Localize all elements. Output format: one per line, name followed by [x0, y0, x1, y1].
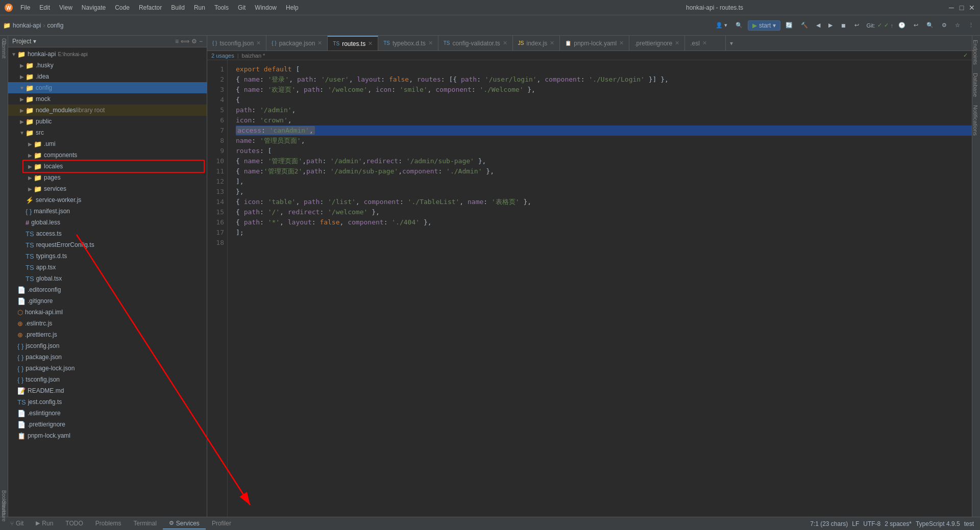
toolbar-back-btn[interactable]: ◀	[813, 20, 823, 30]
menu-view[interactable]: View	[55, 3, 77, 12]
tree-item-editorconfig[interactable]: ▶ 📄 .editorconfig	[8, 284, 207, 295]
tree-item-pkglock[interactable]: ▶ { } package-lock.json	[8, 363, 207, 374]
tab-close-package[interactable]: ✕	[317, 40, 322, 46]
tab-config-validator[interactable]: TS config-validator.ts ✕	[438, 36, 513, 51]
tab-index-js[interactable]: JS index.js ✕	[513, 36, 560, 51]
tree-item-global-tsx[interactable]: ▶ TS global.tsx	[8, 273, 207, 284]
menu-run[interactable]: Run	[190, 3, 209, 12]
toolbar-overflow-btn[interactable]: ⋮	[965, 20, 977, 30]
menu-git[interactable]: Git	[234, 3, 250, 12]
tab-close-ij[interactable]: ✕	[550, 40, 554, 46]
bottom-tab-git[interactable]: ⑂ Git	[4, 518, 30, 529]
code-editor[interactable]: export default [ { name: '登录', path: '/u…	[228, 60, 972, 517]
tree-item-gitignore[interactable]: ▶ 📄 .gitignore	[8, 295, 207, 307]
menu-window[interactable]: Window	[251, 3, 281, 12]
menu-code[interactable]: Code	[111, 3, 134, 12]
bottom-tab-services[interactable]: ⚙ Services	[163, 518, 206, 529]
bottom-tab-todo[interactable]: TODO	[59, 518, 89, 529]
toolbar-undo-btn[interactable]: ↩	[911, 20, 921, 30]
tree-item-pnpmlk[interactable]: ▶ 📋 pnpm-lock.yaml	[8, 430, 207, 441]
toolbar-forward-btn[interactable]: ▶	[825, 20, 836, 30]
tree-item-eslintrc[interactable]: ▶ ⊕ .eslintrc.js	[8, 318, 207, 329]
tab-pnpm[interactable]: 📋 pnpm-lock.yaml ✕	[560, 36, 629, 51]
tree-item-jsconfig[interactable]: ▶ { } jsconfig.json	[8, 340, 207, 351]
status-indent[interactable]: 2 spaces*	[883, 520, 914, 527]
tree-item-umi[interactable]: ▶ 📁 .umi	[8, 138, 207, 149]
tree-item-prettierrc[interactable]: ▶ ⊕ .prettierrc.js	[8, 329, 207, 340]
tree-item-pages[interactable]: ▶ 📁 pages	[8, 172, 207, 183]
toolbar-revert-btn[interactable]: ↩	[851, 20, 862, 30]
menu-refactor[interactable]: Refactor	[135, 3, 166, 12]
tree-item-tsconfigjson[interactable]: ▶ { } tsconfig.json	[8, 374, 207, 385]
tab-routes[interactable]: TS routes.ts ✕	[328, 36, 378, 51]
project-expand-icon[interactable]: ⟺	[181, 38, 189, 45]
project-gear-icon[interactable]: ⚙	[191, 38, 197, 45]
bottom-tab-profiler[interactable]: Profiler	[206, 518, 237, 529]
tree-item-mock[interactable]: ▶ 📁 mock	[8, 93, 207, 105]
menu-build[interactable]: Build	[167, 3, 189, 12]
tree-item-pkgjson[interactable]: ▶ { } package.json	[8, 351, 207, 363]
tab-typebox[interactable]: TS typebox.d.ts ✕	[378, 36, 438, 51]
status-encoding[interactable]: UTF-8	[861, 520, 883, 527]
tree-item-prettierignore[interactable]: ▶ 📄 .prettierignore	[8, 419, 207, 430]
tab-esl[interactable]: .esl ✕	[685, 36, 726, 51]
menu-edit[interactable]: Edit	[35, 3, 54, 12]
tab-close-typebox[interactable]: ✕	[428, 40, 433, 46]
activity-structure[interactable]: Structure	[1, 508, 8, 515]
close-button[interactable]: ✕	[968, 4, 976, 12]
bottom-tab-run[interactable]: ▶ Run	[30, 518, 59, 529]
tree-item-jest[interactable]: ▶ TS jest.config.ts	[8, 396, 207, 408]
tree-item-iml[interactable]: ▶ ⬡ honkai-api.iml	[8, 307, 207, 318]
tree-item-root[interactable]: ▼ 📁 honkai-api E:\honkai-api	[8, 48, 207, 60]
tree-item-global-less[interactable]: ▶ # global.less	[8, 217, 207, 228]
tree-item-locales[interactable]: ▶ 📁 locales	[8, 161, 207, 172]
tab-close-pi[interactable]: ✕	[675, 40, 679, 46]
tree-item-config[interactable]: ▼ 📁 config	[8, 82, 207, 93]
status-line-ending[interactable]: LF	[850, 520, 861, 527]
tab-overflow-btn[interactable]: ▾	[726, 40, 737, 47]
tree-item-src[interactable]: ▼ 📁 src	[8, 127, 207, 138]
menu-file[interactable]: File	[16, 3, 34, 12]
tab-close-esl[interactable]: ✕	[702, 40, 707, 46]
status-test[interactable]: test	[962, 520, 976, 527]
tab-package[interactable]: { } package.json ✕	[266, 36, 328, 51]
tree-item-eslintignore[interactable]: ▶ 📄 .eslintignore	[8, 408, 207, 419]
right-tab-database[interactable]: Database	[972, 69, 980, 101]
toolbar-build-btn[interactable]: 🔨	[798, 20, 811, 30]
status-language[interactable]: TypeScript 4.9.5	[914, 520, 962, 527]
tab-prettierignore[interactable]: .prettierignore ✕	[629, 36, 685, 51]
tree-item-components[interactable]: ▶ 📁 components	[8, 149, 207, 161]
toolbar-history-btn[interactable]: 🕐	[895, 20, 909, 30]
tree-item-access[interactable]: ▶ TS access.ts	[8, 228, 207, 239]
project-settings-icon[interactable]: ≡	[175, 38, 179, 45]
menu-navigate[interactable]: Navigate	[78, 3, 110, 12]
project-close-icon[interactable]: −	[199, 38, 203, 45]
tree-item-node-modules[interactable]: ▶ 📁 node_modules library root	[8, 105, 207, 116]
run-config-btn[interactable]: ▶ start ▾	[748, 20, 780, 31]
right-tab-endpoints[interactable]: Endpoints	[972, 36, 980, 69]
toolbar-refresh-btn[interactable]: 🔄	[782, 20, 796, 30]
bottom-tab-problems[interactable]: Problems	[89, 518, 128, 529]
tree-item-services[interactable]: ▶ 📁 services	[8, 183, 207, 194]
tree-item-req-error[interactable]: ▶ TS requestErrorConfig.ts	[8, 239, 207, 250]
activity-commit[interactable]: Commit	[1, 46, 8, 53]
tree-item-public[interactable]: ▶ 📁 public	[8, 116, 207, 127]
minimize-button[interactable]: ─	[947, 4, 955, 12]
tab-close-cv[interactable]: ✕	[503, 40, 507, 46]
toolbar-stop-btn[interactable]: ⏹	[838, 21, 849, 30]
maximize-button[interactable]: □	[958, 4, 966, 12]
right-tab-notifications[interactable]: Notifications	[972, 101, 980, 140]
toolbar-profile-btn[interactable]: 👤▾	[713, 20, 730, 30]
tab-close-pnpm[interactable]: ✕	[619, 40, 624, 46]
tree-item-readme[interactable]: ▶ 📝 README.md	[8, 385, 207, 396]
menu-tools[interactable]: Tools	[210, 3, 233, 12]
tree-item-app-tsx[interactable]: ▶ TS app.tsx	[8, 262, 207, 273]
tree-item-typings[interactable]: ▶ TS typings.d.ts	[8, 250, 207, 262]
tab-close-tsconfig[interactable]: ✕	[256, 40, 261, 46]
toolbar-more-btn[interactable]: ☆	[952, 20, 963, 30]
tree-item-service-worker[interactable]: ▶ ⚡ service-worker.js	[8, 194, 207, 206]
tab-close-routes[interactable]: ✕	[368, 40, 373, 47]
tab-tsconfig[interactable]: { } tsconfig.json ✕	[207, 36, 266, 51]
tree-item-husky[interactable]: ▶ 📁 .husky	[8, 60, 207, 71]
bottom-tab-terminal[interactable]: Terminal	[128, 518, 163, 529]
